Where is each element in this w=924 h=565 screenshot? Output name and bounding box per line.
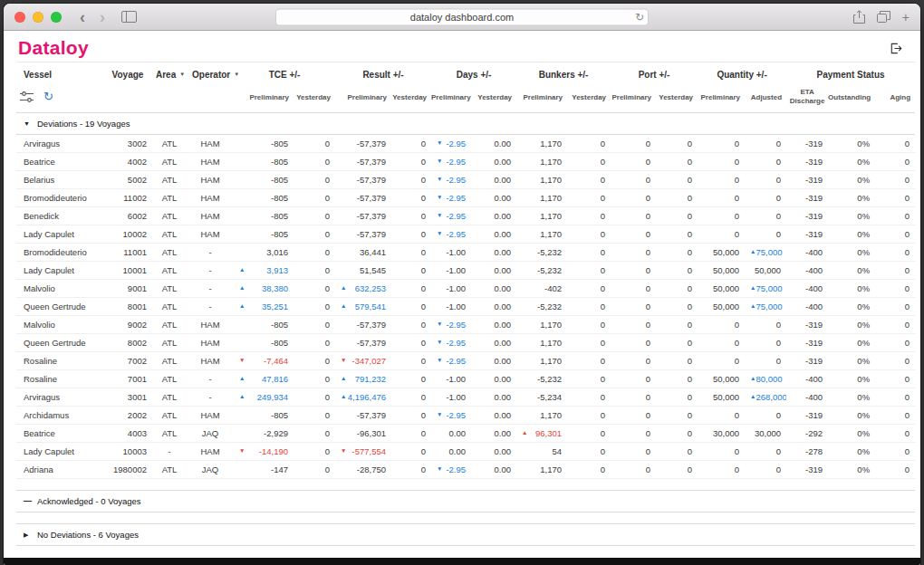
cell: ATL	[152, 298, 188, 316]
cell-value: -96,301	[357, 428, 386, 438]
cell: 0	[567, 334, 611, 352]
logout-icon[interactable]	[889, 42, 902, 55]
cell: -319	[786, 207, 828, 225]
cell-value: 38,380	[262, 283, 288, 293]
zoom-window-button[interactable]	[51, 12, 62, 23]
minimize-window-button[interactable]	[33, 12, 43, 23]
cell: 51,545	[335, 262, 391, 280]
table-row[interactable]: Lady Capulet10003-HAM▼-14,1900▼-577,5540…	[16, 443, 915, 461]
cell: 0%	[828, 153, 875, 171]
table-row[interactable]: Lady Capulet10001ATL-▲3,913051,5450-1.00…	[16, 262, 915, 280]
refresh-icon[interactable]: ↻	[43, 91, 53, 102]
cell: 1,170	[516, 407, 567, 425]
cell: 1,170	[516, 316, 567, 334]
cell-value: 1,170	[540, 356, 562, 366]
cell-value: 0	[421, 247, 426, 257]
column-group-label: Voyage	[112, 70, 144, 80]
table-row[interactable]: Lady Capulet10002ATLHAM-8050-57,3790▼-2.…	[16, 225, 915, 244]
cell-value: 50,000	[713, 265, 739, 275]
column-group-operator[interactable]: Operator▼	[188, 62, 234, 87]
filter-icon[interactable]: ▼	[234, 72, 239, 77]
column-group-payment-status: Payment Status	[786, 62, 915, 87]
table-row[interactable]: Malvolio9002ATLHAM-8050-57,3790▼-2.950.0…	[16, 316, 915, 334]
cell-value: 96,301	[535, 428, 562, 438]
address-bar[interactable]: dataloy dashboard.com ↻	[275, 8, 649, 25]
cell: 0	[294, 407, 335, 425]
cell: -	[152, 443, 188, 461]
cell-value: -57,379	[357, 175, 386, 185]
cell: 0	[745, 352, 786, 370]
table-row[interactable]: Bromodideuterio11001ATL-3,016036,4410-1.…	[16, 244, 915, 262]
cell-value: 7001	[128, 374, 147, 384]
table-row[interactable]: Malvolio9001ATL-▲38,3800▲632,2530-1.000.…	[16, 280, 915, 298]
cell-value: 0	[421, 139, 426, 148]
cell-value: 0	[646, 175, 650, 185]
cell-value: ATL	[162, 428, 178, 438]
expand-icon[interactable]: ▶	[24, 531, 37, 539]
cell: 0	[656, 443, 698, 461]
table-row[interactable]: Arviragus3001ATL-▲249,9340▲4,196,4760-1.…	[16, 388, 915, 407]
cell: 0	[294, 298, 335, 316]
table-row[interactable]: Beatrice4003ATLJAQ-2,9290-96,30100.000.0…	[16, 425, 915, 443]
cell-value: -278	[805, 446, 823, 456]
cell: 9001	[103, 280, 152, 298]
filter-settings-icon[interactable]	[20, 91, 34, 102]
cell-value: Arviragus	[24, 139, 60, 148]
cell-value: 0	[688, 265, 692, 275]
cell: 0%	[828, 189, 875, 207]
section-header-acknowledged-0-voyages[interactable]: —Acknowledged - 0 Voyages	[16, 491, 915, 512]
cell: ATL	[152, 407, 188, 425]
table-row[interactable]: Queen Gertrude8002ATLHAM-8050-57,3790▼-2…	[16, 334, 915, 352]
table-row[interactable]: Archidamus2002ATLHAM-8050-57,3790▼-2.950…	[16, 407, 915, 425]
cell-value: 1,170	[540, 193, 562, 203]
cell-value: ATL	[162, 157, 178, 167]
reload-icon[interactable]: ↻	[635, 10, 644, 23]
minus-icon[interactable]: —	[24, 496, 37, 505]
table-row[interactable]: Rosaline7001ATL-▲47,8160▲791,2320-1.000.…	[16, 370, 915, 388]
column-group-area[interactable]: Area▼	[152, 62, 188, 87]
cell-value: 0	[688, 247, 692, 257]
collapse-icon[interactable]: ▼	[24, 120, 37, 127]
tab-overview-icon[interactable]	[877, 11, 890, 23]
forward-button[interactable]: ›	[100, 9, 105, 25]
close-window-button[interactable]	[14, 12, 25, 23]
section-header-deviations-19-voyages[interactable]: ▼Deviations - 19 Voyages	[16, 113, 915, 135]
filter-icon[interactable]: ▼	[179, 72, 185, 77]
cell: 0	[698, 153, 745, 171]
table-row[interactable]: Beatrice4002ATLHAM-8050-57,3790▼-2.950.0…	[16, 153, 915, 171]
cell: 0	[656, 225, 698, 244]
cell: -319	[786, 334, 828, 352]
cell: -1.00	[431, 244, 471, 262]
table-row[interactable]: Bromodideuterio11002ATLHAM-8050-57,3790▼…	[16, 189, 915, 207]
cell-value: 0	[688, 211, 692, 221]
cell: 0	[391, 461, 431, 479]
cell-value: 8001	[128, 302, 147, 311]
table-row[interactable]: Arviragus3002ATLHAM-8050-57,3790▼-2.950.…	[16, 135, 915, 153]
cell: 0	[391, 171, 431, 189]
cell-value: 0	[688, 356, 692, 366]
cell: 50,000	[698, 298, 745, 316]
table-row[interactable]: Rosaline7002ATLHAM▼-7,4640▼-347,0270▼-2.…	[16, 352, 915, 370]
bottom-bar	[4, 558, 920, 565]
arrow-down-icon: ▼	[239, 356, 245, 365]
table-row[interactable]: Queen Gertrude8001ATL-▲35,2510▲579,5410-…	[16, 298, 915, 316]
back-button[interactable]: ‹	[80, 9, 85, 25]
section-header-no-deviations-6-voyages[interactable]: ▶No Deviations - 6 Voyages	[16, 524, 915, 546]
cell: ATL	[152, 352, 188, 370]
cell: 0.00	[471, 171, 516, 189]
cell: 0%	[828, 225, 875, 244]
cell: 0	[875, 135, 915, 153]
cell: 54	[516, 443, 567, 461]
share-icon[interactable]	[853, 10, 865, 24]
cell: 0	[875, 225, 915, 244]
table-row[interactable]: Benedick6002ATLHAM-8050-57,3790▼-2.950.0…	[16, 207, 915, 225]
new-tab-icon[interactable]: +	[902, 11, 910, 24]
table-row[interactable]: Belarius5002ATLHAM-8050-57,3790▼-2.950.0…	[16, 171, 915, 189]
table-row[interactable]: Adriana1980002ATLJAQ-1470-28,7500▼-2.950…	[16, 461, 915, 479]
sidebar-toggle-button[interactable]	[121, 11, 137, 23]
cell-value: 0	[646, 428, 650, 438]
cell: 0	[656, 461, 698, 479]
column-group-bunkers: Bunkers +/-	[516, 62, 611, 87]
cell: 0.00	[471, 461, 516, 479]
cell-value: -57,379	[357, 338, 386, 348]
